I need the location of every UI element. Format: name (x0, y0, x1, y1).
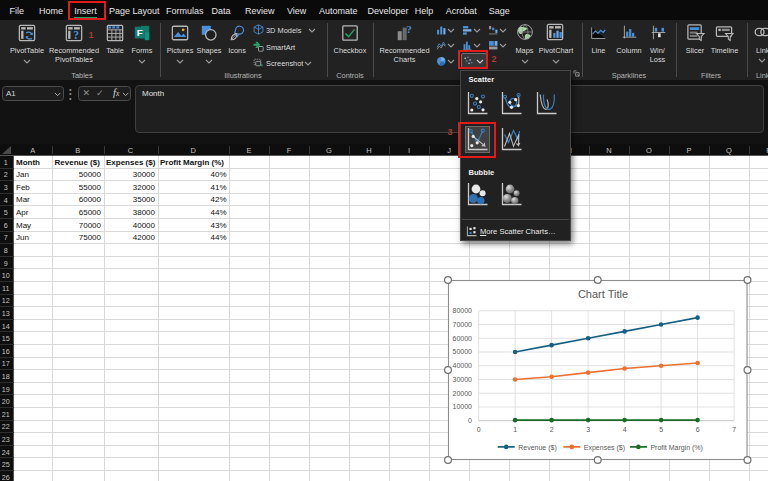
svg-text:2: 2 (549, 426, 553, 433)
svg-text:4: 4 (622, 426, 626, 433)
svg-text:6: 6 (695, 426, 699, 433)
svg-text:?: ? (73, 29, 79, 42)
svg-text:3: 3 (586, 426, 590, 433)
svg-text:10000: 10000 (452, 403, 472, 410)
svg-text:Profit Margin (%): Profit Margin (%) (650, 444, 703, 452)
svg-text:60000: 60000 (452, 335, 472, 342)
svg-text:20000: 20000 (452, 390, 472, 397)
svg-text:0: 0 (468, 417, 472, 424)
svg-text:?: ? (406, 23, 412, 35)
svg-text:0: 0 (476, 426, 480, 433)
svg-text:30000: 30000 (452, 376, 472, 383)
svg-text:Chart Title: Chart Title (577, 288, 627, 300)
svg-text:40000: 40000 (452, 362, 472, 369)
svg-text:80000: 80000 (452, 307, 472, 314)
svg-text:50000: 50000 (452, 348, 472, 355)
svg-text:7: 7 (732, 426, 736, 433)
svg-text:Revenue ($): Revenue ($) (518, 444, 557, 452)
svg-text:1: 1 (513, 426, 517, 433)
svg-text:5: 5 (659, 426, 663, 433)
svg-text:F: F (137, 27, 143, 38)
svg-text:Expenses ($): Expenses ($) (583, 444, 624, 452)
svg-text:70000: 70000 (452, 321, 472, 328)
